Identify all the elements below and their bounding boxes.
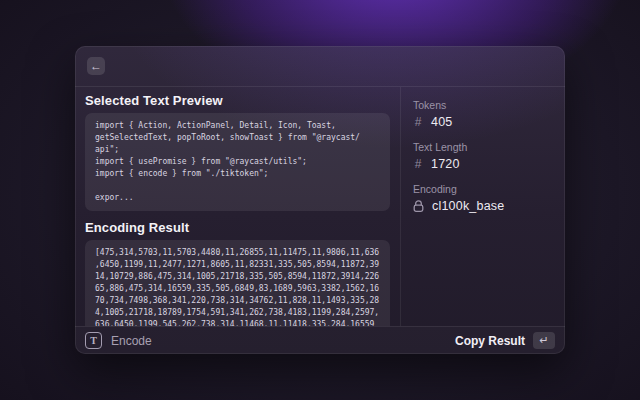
command-name: Encode [111, 334, 152, 348]
result-section-title: Encoding Result [85, 220, 390, 235]
window-body: Selected Text Preview import { Action, A… [75, 87, 565, 326]
hash-icon: # [413, 115, 423, 129]
text-length-label: Text Length [413, 141, 555, 154]
enter-key-icon: ↵ [533, 332, 555, 349]
copy-result-label: Copy Result [455, 334, 525, 348]
text-length-value: 1720 [431, 157, 460, 171]
action-bar: T Encode Copy Result ↵ [75, 326, 565, 354]
encoding-result-tokens: [475,314,5703,11,5703,4480,11,26855,11,1… [95, 247, 380, 326]
hash-icon: # [413, 157, 423, 171]
metadata-item-tokens: Tokens # 405 [413, 99, 555, 130]
detail-content[interactable]: Selected Text Preview import { Action, A… [75, 87, 400, 326]
tokens-label: Tokens [413, 99, 555, 112]
metadata-item-encoding: Encoding cl100k_base [413, 183, 555, 214]
enter-glyph: ↵ [539, 335, 548, 346]
preview-section-title: Selected Text Preview [85, 93, 390, 108]
lock-icon [413, 200, 424, 213]
extension-window: ← Selected Text Preview import { Action,… [75, 46, 565, 354]
selected-text-code-block: import { Action, ActionPanel, Detail, Ic… [85, 113, 390, 211]
encoding-value: cl100k_base [432, 199, 504, 213]
encoding-result-block: [475,314,5703,11,5703,4480,11,26855,11,1… [85, 240, 390, 326]
tokens-value: 405 [431, 115, 452, 129]
extension-icon-letter: T [90, 335, 97, 346]
back-arrow-icon: ← [90, 60, 102, 72]
window-header: ← [75, 46, 565, 87]
encoding-label: Encoding [413, 183, 555, 196]
metadata-sidebar: Tokens # 405 Text Length # 1720 Encoding [400, 87, 565, 326]
extension-icon: T [85, 332, 102, 349]
copy-result-button[interactable]: Copy Result ↵ [455, 332, 555, 349]
back-button[interactable]: ← [87, 57, 105, 75]
selected-text-code: import { Action, ActionPanel, Detail, Ic… [95, 120, 380, 204]
metadata-item-text-length: Text Length # 1720 [413, 141, 555, 172]
